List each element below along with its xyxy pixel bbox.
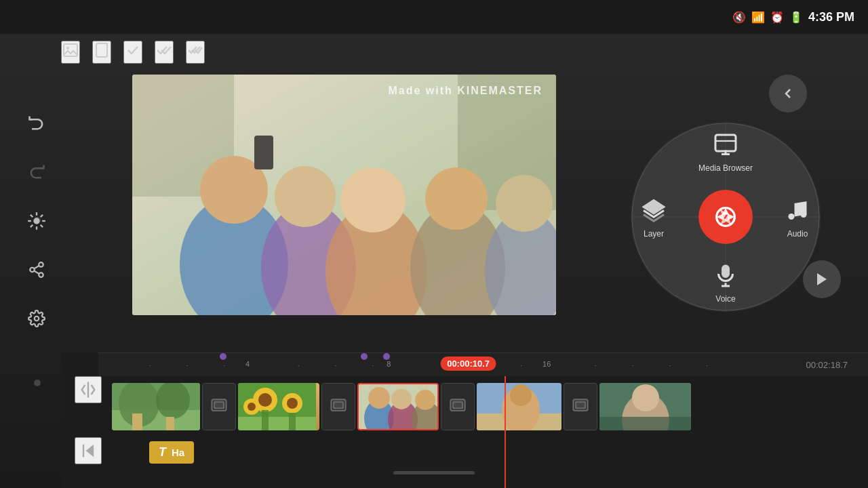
voice-item[interactable]: Voice xyxy=(711,261,741,304)
clip-1[interactable] xyxy=(112,383,200,430)
bottom-bar xyxy=(393,471,475,474)
tablet-icon-btn[interactable] xyxy=(92,41,111,64)
marker-1 xyxy=(220,353,226,360)
svg-point-68 xyxy=(248,403,256,411)
svg-point-45 xyxy=(801,211,807,218)
marker-2 xyxy=(361,353,368,360)
clip-4[interactable] xyxy=(477,383,561,430)
undo-btn[interactable] xyxy=(22,108,52,138)
mute-icon: 🔇 xyxy=(732,11,746,24)
svg-point-85 xyxy=(510,384,532,406)
svg-point-14 xyxy=(30,268,35,272)
check2-btn[interactable] xyxy=(155,41,174,64)
check3-btn[interactable] xyxy=(186,41,205,64)
svg-point-13 xyxy=(39,262,43,267)
toolbar-top xyxy=(61,41,205,64)
center-record-btn[interactable] xyxy=(698,190,753,244)
text-clip-t-icon: T xyxy=(159,445,166,460)
check1-btn[interactable] xyxy=(123,41,142,64)
voice-icon xyxy=(711,261,741,291)
wifi-icon: 📶 xyxy=(751,11,765,24)
svg-rect-62 xyxy=(238,417,316,430)
svg-point-4 xyxy=(35,219,39,224)
media-browser-item[interactable]: Media Browser xyxy=(698,130,753,173)
svg-rect-2 xyxy=(96,43,107,57)
split-btn[interactable] xyxy=(75,376,102,403)
radial-menu: Media Browser Layer xyxy=(631,122,821,312)
duration-badge: 00:02:18.7 xyxy=(806,360,848,370)
image-icon-btn[interactable] xyxy=(61,41,80,64)
clock-icon: ⏰ xyxy=(770,11,784,24)
effects-btn[interactable] xyxy=(22,206,52,236)
device-frame: 🔇 📶 ⏰ 🔋 4:36 PM xyxy=(0,0,868,488)
ruler-mark-8: 8 xyxy=(387,360,391,368)
goto-start-icon xyxy=(79,441,98,460)
clip-2[interactable] xyxy=(238,383,319,430)
layer-icon xyxy=(639,196,669,226)
play-button[interactable] xyxy=(803,260,841,298)
timeline-clips xyxy=(98,376,868,437)
video-preview: Made with KINEMASTER xyxy=(132,75,556,315)
layer-item[interactable]: Layer xyxy=(639,196,669,239)
svg-rect-81 xyxy=(453,402,462,408)
svg-rect-69 xyxy=(262,410,269,430)
clip-5[interactable] xyxy=(599,383,691,430)
clip-placeholder-1[interactable] xyxy=(202,383,236,430)
ruler-mark-16: 16 xyxy=(542,360,551,368)
svg-point-18 xyxy=(35,317,39,321)
text-clip-row: T Ha xyxy=(136,437,868,468)
svg-rect-87 xyxy=(576,402,585,408)
svg-rect-40 xyxy=(715,135,736,151)
music-note-icon xyxy=(785,199,810,223)
svg-marker-51 xyxy=(86,445,94,458)
share-btn[interactable] xyxy=(22,255,52,285)
clip-placeholder-3[interactable] xyxy=(441,383,475,430)
audio-label: Audio xyxy=(787,229,808,239)
battery-icon: 🔋 xyxy=(789,11,803,24)
timeline-section: · · · 4 · · · 8 · · · 16 · · · · xyxy=(61,352,868,488)
settings-btn[interactable] xyxy=(22,304,52,333)
watermark: Made with KINEMASTER xyxy=(388,85,542,97)
ruler-mark-4: 4 xyxy=(245,360,250,368)
svg-rect-91 xyxy=(599,417,691,430)
watermark-text: Made with KINEMASTER xyxy=(388,85,542,96)
clip-3-active[interactable] xyxy=(357,383,439,430)
marker-3 xyxy=(383,353,390,360)
text-clip[interactable]: T Ha xyxy=(149,441,194,464)
media-browser-label: Media Browser xyxy=(698,163,753,173)
svg-rect-46 xyxy=(723,266,729,277)
svg-line-17 xyxy=(34,266,39,268)
photo-overlay xyxy=(132,75,556,315)
clip-placeholder-2[interactable] xyxy=(321,383,355,430)
text-clip-content: Ha xyxy=(172,447,184,458)
svg-line-9 xyxy=(31,215,33,217)
svg-point-90 xyxy=(632,384,659,411)
selfie-svg xyxy=(132,75,556,315)
svg-line-11 xyxy=(41,215,43,217)
svg-point-64 xyxy=(258,393,272,407)
current-time-badge: 00:00:10.7 xyxy=(440,357,496,371)
playhead xyxy=(505,376,506,488)
svg-rect-60 xyxy=(214,402,224,408)
svg-line-12 xyxy=(31,225,33,227)
svg-marker-49 xyxy=(817,273,827,285)
clip-placeholder-4[interactable] xyxy=(564,383,597,430)
svg-rect-70 xyxy=(289,413,296,430)
svg-rect-57 xyxy=(132,413,142,430)
ruler-marks: · · · 4 · · · 8 · · · 16 · · · · xyxy=(112,353,854,377)
back-button[interactable] xyxy=(769,75,807,113)
svg-point-1 xyxy=(66,47,69,49)
dot-2 xyxy=(34,380,41,386)
svg-point-15 xyxy=(39,272,43,277)
goto-start-btn[interactable] xyxy=(75,437,102,464)
radial-menu-container: Media Browser Layer xyxy=(631,81,834,285)
svg-point-66 xyxy=(287,398,298,409)
redo-btn[interactable] xyxy=(22,157,52,187)
svg-rect-58 xyxy=(166,417,174,430)
audio-item[interactable]: Audio xyxy=(783,196,812,239)
svg-point-75 xyxy=(368,387,390,409)
svg-rect-72 xyxy=(334,402,343,408)
svg-point-44 xyxy=(789,214,795,220)
voice-label: Voice xyxy=(715,294,735,304)
svg-line-16 xyxy=(34,271,39,274)
